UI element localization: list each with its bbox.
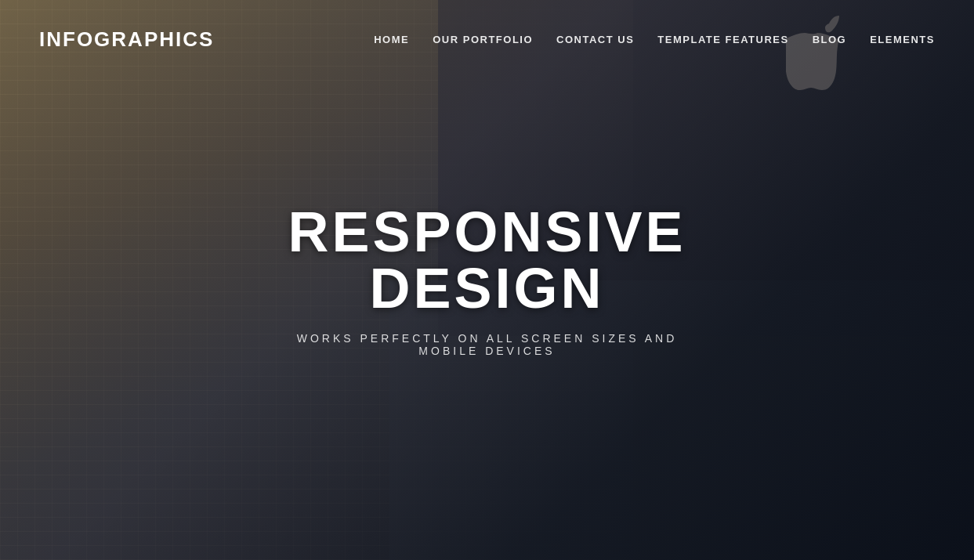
hero-subtitle: WORKS PERFECTLY ON ALL SCREEN SIZES AND … [288,332,686,357]
nav-item-blog: BLOG [813,32,847,46]
nav-item-home: HOME [374,32,409,46]
nav-link-blog[interactable]: BLOG [813,34,847,45]
nav-link-features[interactable]: TEMPLATE FEATURES [657,34,788,45]
brand-logo[interactable]: INFOGRAPHICS [39,27,214,52]
hero-section: INFOGRAPHICS HOMEOUR PORTFOLIOCONTACT US… [0,0,974,560]
navbar: INFOGRAPHICS HOMEOUR PORTFOLIOCONTACT US… [0,0,974,78]
nav-item-contact: CONTACT US [556,32,634,46]
nav-link-home[interactable]: HOME [374,34,409,45]
nav-item-portfolio: OUR PORTFOLIO [433,32,533,46]
nav-link-elements[interactable]: ELEMENTS [870,34,935,45]
nav-item-features: TEMPLATE FEATURES [657,32,788,46]
nav-item-elements: ELEMENTS [870,32,935,46]
nav-link-contact[interactable]: CONTACT US [556,34,634,45]
nav-menu: HOMEOUR PORTFOLIOCONTACT USTEMPLATE FEAT… [374,32,935,46]
nav-link-portfolio[interactable]: OUR PORTFOLIO [433,34,533,45]
hero-title: RESPONSIVE DESIGN [288,204,686,316]
hero-content: RESPONSIVE DESIGN WORKS PERFECTLY ON ALL… [225,172,748,388]
